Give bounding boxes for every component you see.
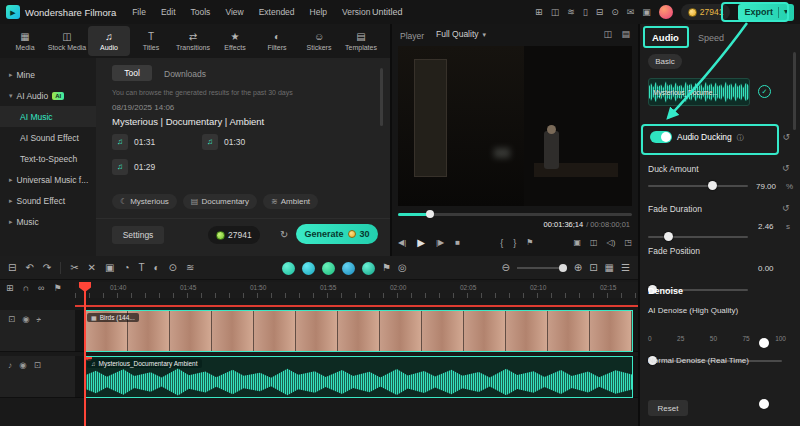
tab-audio-properties[interactable]: Audio [652, 32, 679, 43]
aspect-ratio-icon[interactable]: ◫ [590, 239, 598, 247]
info-icon[interactable]: ⓘ [737, 134, 744, 141]
track-height-icon[interactable]: ▦ [605, 263, 614, 273]
fade-duration-slider[interactable] [648, 231, 748, 242]
previous-frame-icon[interactable]: ◀| [398, 239, 406, 247]
zoom-in-icon[interactable]: ⊕ [574, 263, 582, 273]
video-clip[interactable]: ▦Birds (144... [84, 310, 633, 352]
playhead-line[interactable] [84, 282, 86, 426]
sidebar-item-universal-music[interactable]: ▸Universal Music f... [0, 169, 96, 190]
tab-titles[interactable]: TTitles [130, 26, 172, 56]
lock-track-icon[interactable]: ⊡ [8, 315, 15, 324]
hide-track-icon[interactable]: ◉ [19, 361, 26, 370]
crop-icon[interactable]: ▣ [105, 263, 114, 273]
keyframe-icon[interactable]: ⊙ [169, 263, 177, 273]
coin-balance[interactable]: 27941 [681, 4, 731, 20]
undo-icon[interactable]: ↶ [25, 263, 33, 273]
tab-media[interactable]: ▦Media [4, 26, 46, 56]
voiceover-mic-icon[interactable]: ◎ [398, 263, 407, 273]
marker-icon[interactable]: ⚑ [53, 284, 61, 293]
sidebar-item-music[interactable]: ▸Music [0, 211, 96, 232]
mute-track-icon[interactable]: ♪ [8, 361, 12, 370]
magnet-icon[interactable]: ∩ [23, 284, 29, 293]
tab-effects[interactable]: ★Effects [214, 26, 256, 56]
tab-filters[interactable]: ◐Filters [256, 26, 298, 56]
screen-record-icon[interactable]: ▣ [642, 8, 651, 17]
menu-file[interactable]: File [132, 7, 146, 17]
message-icon[interactable]: ✉ [627, 8, 635, 17]
timeline-menu-icon[interactable]: ☰ [621, 263, 630, 273]
mark-in-icon[interactable]: { [500, 239, 503, 248]
sidebar-item-ai-audio[interactable]: ▾AI AudioAI [0, 85, 96, 106]
fullscreen-icon[interactable]: ◳ [624, 239, 632, 247]
generate-button[interactable]: Generate 30 [296, 224, 378, 244]
music-clip-item[interactable]: ♫ 01:29 [112, 159, 155, 175]
selected-audio-clip[interactable]: Mysterious_Docume... [648, 78, 750, 106]
audio-clip[interactable]: ♫Mysterious_Documentary Ambient [84, 356, 633, 398]
refresh-icon[interactable]: ↻ [280, 230, 288, 240]
tag-mysterious[interactable]: ☾Mysterious [112, 194, 177, 209]
hide-track-icon[interactable]: ◉ [22, 315, 29, 324]
library-scrollbar[interactable] [380, 68, 383, 126]
reset-ducking-icon[interactable]: ↺ [782, 133, 790, 142]
slider-handle[interactable] [708, 181, 717, 190]
tab-stock-media[interactable]: ◫Stock Media [46, 26, 88, 56]
slider-handle[interactable] [664, 232, 673, 241]
tab-stickers[interactable]: ☺Stickers [298, 26, 340, 56]
text-tool-icon[interactable]: T [138, 263, 144, 273]
tab-tool[interactable]: Tool [112, 65, 152, 81]
menu-view[interactable]: View [225, 7, 243, 17]
preview-scopes-icon[interactable]: ▤ [621, 30, 630, 39]
sidebar-item-mine[interactable]: ▸Mine [0, 64, 96, 85]
menu-tools[interactable]: Tools [191, 7, 211, 17]
gift-icon[interactable]: ⊙ [611, 8, 619, 17]
ai-tool-icon[interactable] [282, 262, 295, 275]
video-preview[interactable] [398, 46, 632, 206]
render-preview-icon[interactable]: ≋ [186, 263, 194, 273]
marker-icon[interactable]: ⚑ [526, 239, 533, 247]
tab-speed-properties[interactable]: Speed [698, 33, 724, 43]
menu-edit[interactable]: Edit [161, 7, 176, 17]
audio-track-header[interactable]: ♪ ◉ ⊡ [0, 356, 75, 398]
lock-track-icon[interactable]: ⊡ [34, 361, 41, 370]
mute-track-icon[interactable]: ♪ [37, 315, 41, 324]
export-chevron-icon[interactable]: ▾ [784, 8, 788, 16]
cloud-icon[interactable]: ≋ [567, 8, 575, 17]
mark-out-icon[interactable]: } [513, 239, 516, 248]
duck-amount-slider[interactable] [648, 180, 748, 191]
tag-documentary[interactable]: ▤Documentary [183, 194, 257, 209]
delete-icon[interactable]: ✕ [88, 263, 96, 273]
playback-progress[interactable] [398, 213, 632, 216]
settings-button[interactable]: Settings [112, 226, 164, 244]
export-button[interactable]: Export ▾ [738, 4, 794, 21]
next-frame-icon[interactable]: |▶ [436, 239, 444, 247]
tab-templates[interactable]: ▤Templates [340, 26, 382, 56]
split-icon[interactable]: ✂ [70, 263, 78, 273]
play-icon[interactable]: ▶ [417, 238, 425, 248]
tab-downloads[interactable]: Downloads [164, 69, 206, 79]
music-clip-item[interactable]: ♫ 01:31 [112, 134, 155, 150]
link-icon[interactable]: ∞ [38, 284, 44, 293]
menu-version[interactable]: Version [342, 7, 370, 17]
stop-icon[interactable]: ■ [455, 239, 460, 247]
snapshot-icon[interactable]: ▣ [573, 239, 581, 247]
tab-transitions[interactable]: ⇄Transitions [172, 26, 214, 56]
device-icon[interactable]: ▯ [583, 8, 588, 17]
zoom-out-icon[interactable]: ⊖ [501, 263, 509, 273]
video-track-header[interactable]: ⊡ ◉ ♪ [0, 310, 75, 352]
sidebar-item-text-to-speech[interactable]: Text-to-Speech [0, 148, 96, 169]
reset-fade-duration-icon[interactable]: ↺ [782, 204, 790, 213]
quality-dropdown[interactable]: Full Quality ▾ [436, 29, 486, 39]
fit-timeline-icon[interactable]: ⊡ [589, 263, 597, 273]
music-clip-item[interactable]: ♫ 01:30 [202, 134, 245, 150]
tab-audio[interactable]: ♫Audio [88, 26, 130, 56]
track-select-icon[interactable]: ⊟ [8, 263, 16, 273]
audio-ducking-toggle[interactable] [650, 131, 672, 143]
layout-icon[interactable]: ⊞ [535, 8, 543, 17]
ai-tool-icon[interactable] [322, 262, 335, 275]
progress-handle[interactable] [426, 210, 434, 218]
menu-extended[interactable]: Extended [259, 7, 295, 17]
tag-ambient[interactable]: ≋Ambient [263, 194, 318, 209]
add-track-icon[interactable]: ⊞ [6, 284, 14, 293]
menu-help[interactable]: Help [310, 7, 327, 17]
basic-section-button[interactable]: Basic [648, 54, 682, 69]
